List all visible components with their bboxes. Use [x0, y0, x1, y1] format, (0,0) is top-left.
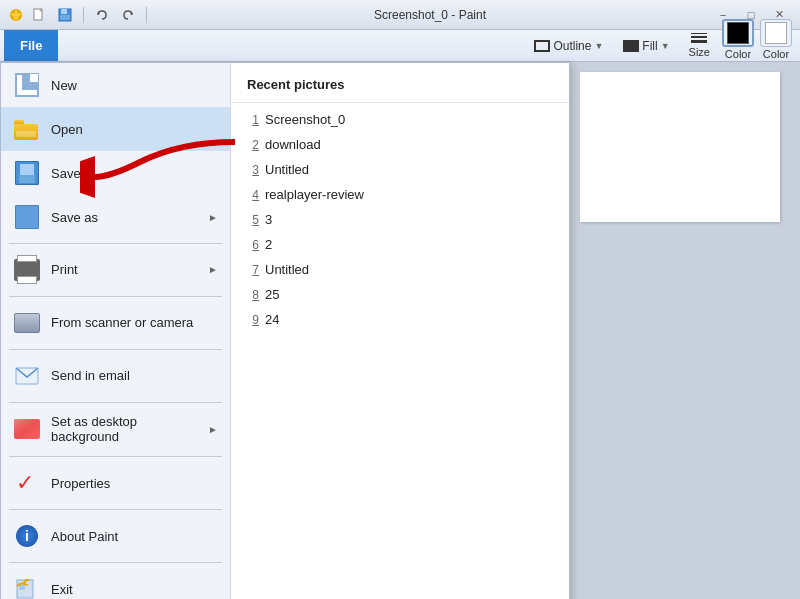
menu-print-label: Print [51, 262, 198, 277]
open-icon [13, 115, 41, 143]
menu-item-desktop[interactable]: Set as desktop background ► [1, 406, 230, 452]
menu-desktop-label: Set as desktop background [51, 414, 198, 444]
saveas-file-icon [15, 205, 39, 229]
menu-saveas-label: Save as [51, 210, 198, 225]
title-bar: Screenshot_0 - Paint − □ ✕ [0, 0, 800, 30]
file-tab[interactable]: File [4, 30, 58, 61]
menu-divider-1 [9, 243, 222, 244]
recent-pictures-list: 1Screenshot_02download3Untitled4realplay… [231, 103, 569, 336]
new-file-icon [15, 73, 39, 97]
about-icon: i [13, 522, 41, 550]
open-folder-icon [14, 118, 40, 140]
fill-chevron: ▼ [661, 41, 670, 51]
recent-item[interactable]: 2download [231, 132, 569, 157]
recent-num: 6 [247, 238, 259, 252]
svg-rect-5 [60, 15, 70, 20]
size-button[interactable]: Size [683, 31, 716, 60]
recent-num: 7 [247, 263, 259, 277]
scanner-device-icon [14, 313, 40, 333]
recent-num: 8 [247, 288, 259, 302]
quick-access-toolbar [8, 4, 150, 26]
undo-button[interactable] [91, 4, 113, 26]
exit-door-icon [15, 578, 39, 599]
desktop-bg-icon [14, 419, 40, 439]
ribbon-right-tools: Outline ▼ Fill ▼ Size Color1 C [527, 30, 800, 61]
menu-item-properties[interactable]: ✓ Properties [1, 461, 230, 505]
outline-chevron: ▼ [594, 41, 603, 51]
recent-item[interactable]: 4realplayer-review [231, 182, 569, 207]
recent-pictures-header: Recent pictures [231, 63, 569, 103]
recent-item[interactable]: 62 [231, 232, 569, 257]
recent-num: 3 [247, 163, 259, 177]
recent-name: download [265, 137, 321, 152]
menu-divider-5 [9, 456, 222, 457]
menu-item-saveas[interactable]: Save as ► [1, 195, 230, 239]
recent-item[interactable]: 7Untitled [231, 257, 569, 282]
recent-item[interactable]: 53 [231, 207, 569, 232]
file-menu: New Open Save [0, 62, 570, 599]
email-envelope-icon [15, 367, 39, 385]
saveas-icon [13, 203, 41, 231]
color1-swatch[interactable] [722, 19, 754, 47]
menu-item-about[interactable]: i About Paint [1, 514, 230, 558]
recent-num: 9 [247, 313, 259, 327]
recent-name: Screenshot_0 [265, 112, 345, 127]
color2-swatch[interactable] [760, 19, 792, 47]
menu-divider-2 [9, 296, 222, 297]
menu-item-print[interactable]: Print ► [1, 248, 230, 292]
recent-item[interactable]: 924 [231, 307, 569, 332]
menu-divider-4 [9, 402, 222, 403]
menu-new-label: New [51, 78, 218, 93]
save-quick-button[interactable] [54, 4, 76, 26]
desktop-arrow: ► [208, 424, 218, 435]
properties-icon: ✓ [13, 469, 41, 497]
recent-name: Untitled [265, 162, 309, 177]
menu-open-label: Open [51, 122, 218, 137]
recent-name: 25 [265, 287, 279, 302]
redo-button[interactable] [117, 4, 139, 26]
paint-canvas[interactable] [580, 72, 780, 222]
svg-rect-4 [61, 9, 67, 14]
menu-item-exit[interactable]: Exit [1, 567, 230, 599]
recent-num: 4 [247, 188, 259, 202]
menu-item-email[interactable]: Send in email [1, 354, 230, 398]
new-button[interactable] [28, 4, 50, 26]
recent-item[interactable]: 825 [231, 282, 569, 307]
menu-save-label: Save [51, 166, 218, 181]
scanner-icon [13, 309, 41, 337]
new-icon [13, 71, 41, 99]
menu-item-save[interactable]: Save [1, 151, 230, 195]
email-icon [13, 362, 41, 390]
canvas-area [570, 62, 800, 599]
menu-divider-3 [9, 349, 222, 350]
toolbar-separator [83, 7, 84, 23]
desktop-icon [13, 415, 41, 443]
recent-num: 5 [247, 213, 259, 227]
recent-name: Untitled [265, 262, 309, 277]
menu-item-scanner[interactable]: From scanner or camera [1, 301, 230, 345]
recent-name: realplayer-review [265, 187, 364, 202]
file-menu-right: Recent pictures 1Screenshot_02download3U… [231, 63, 569, 599]
menu-about-label: About Paint [51, 529, 218, 544]
fill-button[interactable]: Fill ▼ [616, 36, 676, 56]
recent-name: 3 [265, 212, 272, 227]
app-icon [8, 7, 24, 23]
toolbar-separator-2 [146, 7, 147, 23]
size-label: Size [689, 46, 710, 58]
color2-preview [765, 22, 787, 44]
menu-exit-label: Exit [51, 582, 218, 597]
menu-item-open[interactable]: Open [1, 107, 230, 151]
print-device-icon [14, 259, 40, 281]
recent-item[interactable]: 3Untitled [231, 157, 569, 182]
outline-icon [534, 40, 550, 52]
fill-label: Fill [642, 39, 657, 53]
menu-scanner-label: From scanner or camera [51, 315, 218, 330]
recent-item[interactable]: 1Screenshot_0 [231, 107, 569, 132]
file-menu-left: New Open Save [1, 63, 231, 599]
outline-button[interactable]: Outline ▼ [527, 36, 610, 56]
menu-item-new[interactable]: New [1, 63, 230, 107]
print-arrow: ► [208, 264, 218, 275]
save-file-icon [15, 161, 39, 185]
window-title: Screenshot_0 - Paint [150, 8, 710, 22]
fill-icon [623, 40, 639, 52]
